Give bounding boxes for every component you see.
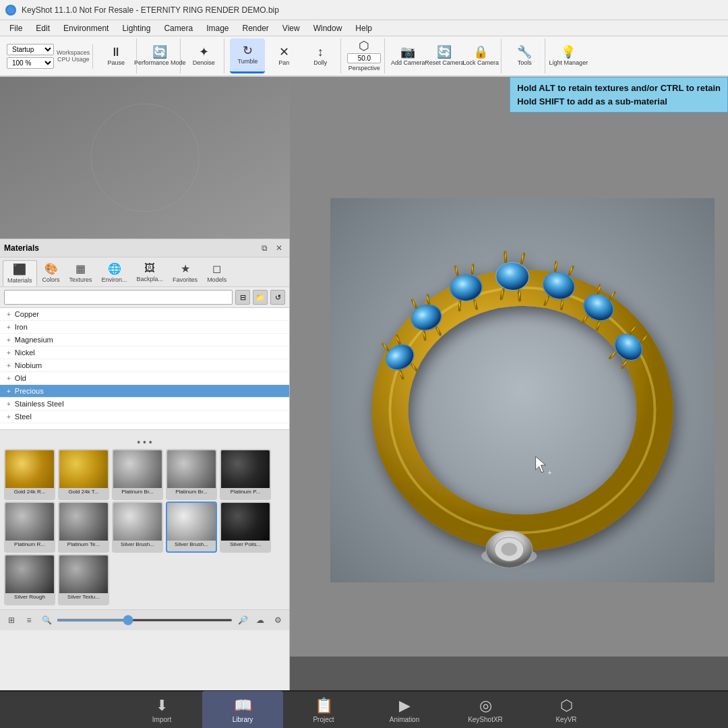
- thumb-img-silver-polis: [220, 503, 271, 541]
- tools-button[interactable]: 🔧 Tools: [507, 38, 542, 73]
- list-item[interactable]: +Magnesium: [0, 334, 289, 346]
- denoise-group: ✦ Denoise: [183, 38, 224, 73]
- dolly-button[interactable]: ↕ Dolly: [303, 38, 338, 73]
- performance-mode-button[interactable]: 🔄 Performance Mode: [142, 38, 177, 73]
- thumb-silver-polis[interactable]: Silver Polis...: [220, 502, 271, 553]
- tab-environments[interactable]: 🌐 Environ...: [98, 260, 131, 286]
- performance-label: Performance Mode: [134, 59, 186, 67]
- menu-item-lighting[interactable]: Lighting: [115, 22, 157, 34]
- thumb-silver-brush2[interactable]: Silver Brush...: [166, 502, 217, 553]
- menu-item-file[interactable]: File: [3, 22, 29, 34]
- settings-icon[interactable]: ⚙: [270, 613, 285, 628]
- tab-backplates[interactable]: 🖼 Backpla...: [133, 260, 168, 286]
- thumb-silver-brush1[interactable]: Silver Brush...: [112, 502, 163, 553]
- thumb-platinum-te[interactable]: Platinum Te...: [58, 502, 109, 553]
- list-item[interactable]: +Iron: [0, 321, 289, 334]
- zoom-in-icon[interactable]: 🔎: [235, 613, 250, 628]
- menu-item-edit[interactable]: Edit: [29, 22, 57, 34]
- tab-models[interactable]: ◻ Models: [203, 260, 231, 286]
- thumb-img-platinum-pol: [220, 450, 271, 488]
- dock-project[interactable]: 📋 Project: [283, 691, 364, 728]
- search-icon[interactable]: 🔍: [39, 613, 54, 628]
- viewport[interactable]: Hold ALT to retain textures and/or CTRL …: [290, 77, 728, 690]
- thumbnail-more-indicator: • • •: [4, 434, 285, 448]
- folder-button[interactable]: 📁: [253, 290, 268, 305]
- thumb-silver-rough[interactable]: Silver Rough: [4, 554, 55, 605]
- perspective-button[interactable]: ⬡ Perspective: [346, 38, 382, 73]
- expand-icon: +: [7, 324, 11, 331]
- panel-expand-icon[interactable]: ⧉: [258, 242, 270, 254]
- tab-favorites[interactable]: ★ Favorites: [169, 260, 202, 286]
- keyshotxr-icon: ◎: [479, 697, 492, 715]
- menu-item-image[interactable]: Image: [200, 22, 235, 34]
- menu-item-camera[interactable]: Camera: [157, 22, 200, 34]
- light-manager-group: 💡 Light Manager: [548, 38, 588, 73]
- size-slider[interactable]: [57, 619, 233, 621]
- list-view-icon[interactable]: ≡: [22, 613, 36, 628]
- panel-close-icon[interactable]: ✕: [273, 242, 285, 254]
- thumb-platinum-r[interactable]: Platinum R...: [4, 502, 55, 553]
- list-item[interactable]: +Nickel: [0, 346, 289, 359]
- thumb-img-silver-brush2: [166, 503, 217, 541]
- app-name: KeyShot 11.1.0 Not For Resale: [22, 5, 133, 15]
- menu-item-environment[interactable]: Environment: [57, 22, 115, 34]
- lock-camera-button[interactable]: 🔒 Lock Camera: [463, 38, 498, 73]
- list-item[interactable]: +Niobium: [0, 359, 289, 372]
- left-panel: Materials ⧉ ✕ ⬛ Materials 🎨 Colors ▦ Tex…: [0, 77, 290, 690]
- tumble-button[interactable]: ↻ Tumble: [230, 38, 265, 73]
- refresh-button[interactable]: ↺: [270, 290, 285, 305]
- expand-icon: +: [7, 413, 11, 421]
- reset-camera-label: Reset Camera: [425, 59, 464, 67]
- perspective-icon: ⬡: [359, 40, 369, 52]
- thumb-platinum-pol[interactable]: Platinum P...: [220, 449, 271, 500]
- tools-label: Tools: [518, 59, 532, 67]
- tab-materials[interactable]: ⬛ Materials: [3, 260, 37, 286]
- cloud-icon[interactable]: ☁: [253, 613, 268, 628]
- thumb-silver-textu[interactable]: Silver Textu...: [58, 554, 109, 605]
- expand-icon: +: [7, 349, 11, 357]
- add-camera-icon: 📷: [400, 46, 415, 58]
- thumb-gold24k-rough[interactable]: Gold 24k R...: [4, 449, 55, 500]
- filter-button[interactable]: ⊟: [235, 290, 250, 305]
- menu-item-view[interactable]: View: [276, 22, 307, 34]
- light-manager-button[interactable]: 💡 Light Manager: [551, 38, 586, 73]
- dock-library[interactable]: 📖 Library: [202, 691, 283, 728]
- cpu-select[interactable]: 100 %: [7, 57, 54, 69]
- thumb-platinum-br1[interactable]: Platinum Br...: [112, 449, 163, 500]
- backplate-tab-icon: 🖼: [144, 262, 155, 274]
- perspective-value-input[interactable]: [347, 53, 381, 63]
- list-item-precious[interactable]: +Precious: [0, 385, 289, 398]
- grid-view-icon[interactable]: ⊞: [4, 613, 19, 628]
- add-camera-button[interactable]: 📷 Add Camera: [390, 38, 425, 73]
- menu-item-help[interactable]: Help: [348, 22, 379, 34]
- list-item[interactable]: +Old: [0, 372, 289, 385]
- add-camera-label: Add Camera: [391, 59, 425, 67]
- library-icon: 📖: [234, 697, 252, 715]
- menu-item-render[interactable]: Render: [236, 22, 276, 34]
- dock-import[interactable]: ⬇ Import: [121, 691, 202, 728]
- list-item-steel[interactable]: +Steel: [0, 411, 289, 423]
- dolly-icon: ↕: [317, 46, 324, 58]
- search-input[interactable]: [4, 290, 233, 305]
- list-item[interactable]: +Stainless Steel: [0, 398, 289, 411]
- dock-keyvr[interactable]: ⬡ KeyVR: [526, 691, 607, 728]
- denoise-button[interactable]: ✦ Denoise: [186, 38, 221, 73]
- pan-icon: ✕: [279, 46, 289, 58]
- keyvr-icon: ⬡: [560, 697, 573, 715]
- preview-background: [0, 77, 290, 239]
- pause-button[interactable]: ⏸ Pause: [98, 38, 133, 73]
- tab-colors[interactable]: 🎨 Colors: [38, 260, 64, 286]
- pan-button[interactable]: ✕ Pan: [266, 38, 301, 73]
- workspace-select[interactable]: Startup: [7, 44, 54, 55]
- dock-keyshotxr[interactable]: ◎ KeyShotXR: [445, 691, 526, 728]
- reset-camera-button[interactable]: 🔄 Reset Camera: [427, 38, 462, 73]
- thumb-platinum-br2[interactable]: Platinum Br...: [166, 449, 217, 500]
- dock-animation[interactable]: ▶ Animation: [364, 691, 445, 728]
- menu-item-window[interactable]: Window: [307, 22, 349, 34]
- denoise-icon: ✦: [199, 46, 209, 58]
- list-item[interactable]: +Copper: [0, 308, 289, 321]
- reset-camera-icon: 🔄: [437, 46, 452, 58]
- tab-textures[interactable]: ▦ Textures: [65, 260, 96, 286]
- thumb-gold24k-tex[interactable]: Gold 24k T...: [58, 449, 109, 500]
- thumb-img-platinum-br2: [166, 450, 217, 488]
